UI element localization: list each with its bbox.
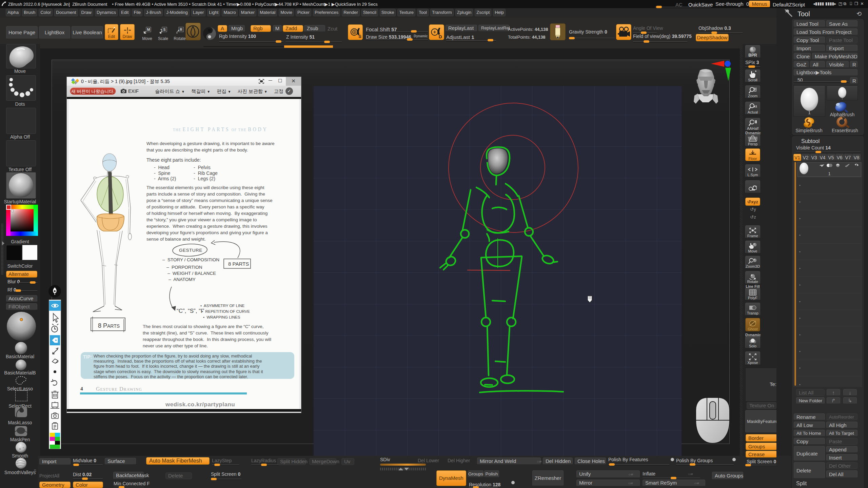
svg-text:M: M: [147, 27, 150, 32]
svg-text:• REPETITION OF CURVE: • REPETITION OF CURVE: [202, 309, 250, 313]
svg-text:“C”, “S”, “I”: “C”, “S”, “I”: [177, 308, 204, 314]
svg-text:D: D: [439, 34, 442, 39]
svg-text:8 PARTS: 8 PARTS: [98, 322, 120, 329]
svg-text:1: 1: [828, 171, 831, 176]
svg-text:S: S: [358, 34, 361, 39]
svg-text:x1: x1: [754, 105, 757, 108]
svg-text:– STORY / COMPOSITION: – STORY / COMPOSITION: [162, 257, 219, 262]
svg-text:• WRAPPING LINES: • WRAPPING LINES: [203, 315, 240, 319]
svg-text:R: R: [180, 27, 182, 32]
svg-text:GESTURE: GESTURE: [179, 248, 202, 253]
svg-text:1: 1: [808, 110, 810, 115]
svg-text:– WEIGHT / BALANCE: – WEIGHT / BALANCE: [167, 271, 216, 276]
svg-text:– PORPORTION: – PORPORTION: [166, 265, 202, 270]
svg-text:– ANATOMY: – ANATOMY: [169, 277, 196, 282]
svg-text:S: S: [163, 27, 165, 32]
svg-text:8 PARTS: 8 PARTS: [228, 261, 249, 267]
svg-text:• ASYMMETRY OF LINE: • ASYMMETRY OF LINE: [200, 304, 244, 308]
